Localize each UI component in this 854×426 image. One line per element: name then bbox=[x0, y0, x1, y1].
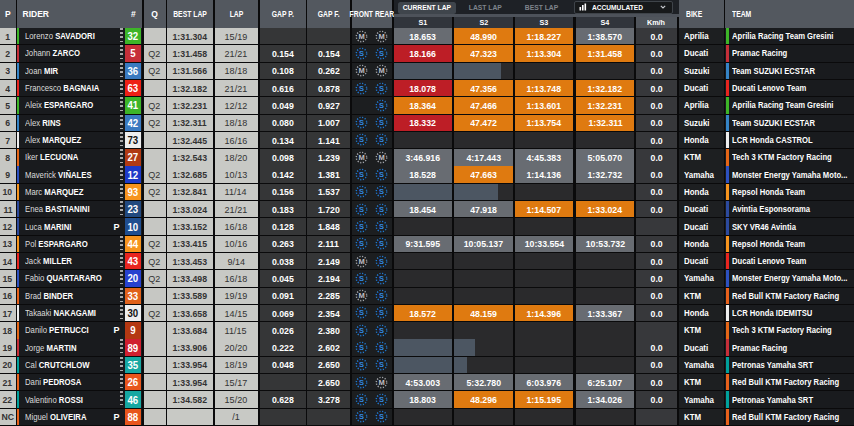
svg-text:S: S bbox=[379, 309, 384, 318]
svg-text:M: M bbox=[378, 378, 384, 387]
svg-text:S: S bbox=[379, 49, 384, 58]
svg-text:S: S bbox=[358, 205, 363, 214]
svg-text:S: S bbox=[379, 291, 384, 300]
svg-text:S: S bbox=[379, 205, 384, 214]
svg-text:S: S bbox=[358, 274, 363, 283]
svg-text:M: M bbox=[378, 32, 384, 41]
svg-text:M: M bbox=[378, 66, 384, 75]
svg-text:M: M bbox=[378, 153, 384, 162]
svg-text:S: S bbox=[358, 343, 363, 352]
svg-text:S: S bbox=[358, 361, 363, 370]
svg-text:S: S bbox=[379, 412, 384, 421]
svg-text:S: S bbox=[358, 326, 363, 335]
svg-text:S: S bbox=[358, 412, 363, 421]
svg-text:S: S bbox=[379, 274, 384, 283]
svg-text:M: M bbox=[358, 32, 364, 41]
svg-text:S: S bbox=[358, 118, 363, 127]
svg-text:M: M bbox=[358, 291, 364, 300]
svg-text:M: M bbox=[358, 153, 364, 162]
svg-text:S: S bbox=[379, 257, 384, 266]
svg-text:S: S bbox=[358, 49, 363, 58]
svg-text:S: S bbox=[358, 188, 363, 197]
svg-text:S: S bbox=[358, 136, 363, 145]
svg-text:S: S bbox=[379, 239, 384, 248]
svg-text:S: S bbox=[379, 101, 384, 110]
svg-text:S: S bbox=[358, 309, 363, 318]
svg-text:S: S bbox=[379, 361, 384, 370]
svg-text:S: S bbox=[358, 222, 363, 231]
svg-text:S: S bbox=[358, 378, 363, 387]
svg-text:S: S bbox=[379, 343, 384, 352]
svg-text:S: S bbox=[379, 136, 384, 145]
svg-text:S: S bbox=[358, 84, 363, 93]
svg-text:S: S bbox=[379, 395, 384, 404]
svg-text:S: S bbox=[379, 188, 384, 197]
svg-text:S: S bbox=[358, 170, 363, 179]
svg-text:S: S bbox=[379, 118, 384, 127]
svg-text:S: S bbox=[379, 222, 384, 231]
svg-text:M: M bbox=[358, 257, 364, 266]
svg-text:M: M bbox=[358, 66, 364, 75]
svg-text:S: S bbox=[379, 84, 384, 93]
svg-text:S: S bbox=[379, 326, 384, 335]
svg-text:S: S bbox=[358, 239, 363, 248]
svg-text:S: S bbox=[358, 395, 363, 404]
svg-text:S: S bbox=[379, 170, 384, 179]
